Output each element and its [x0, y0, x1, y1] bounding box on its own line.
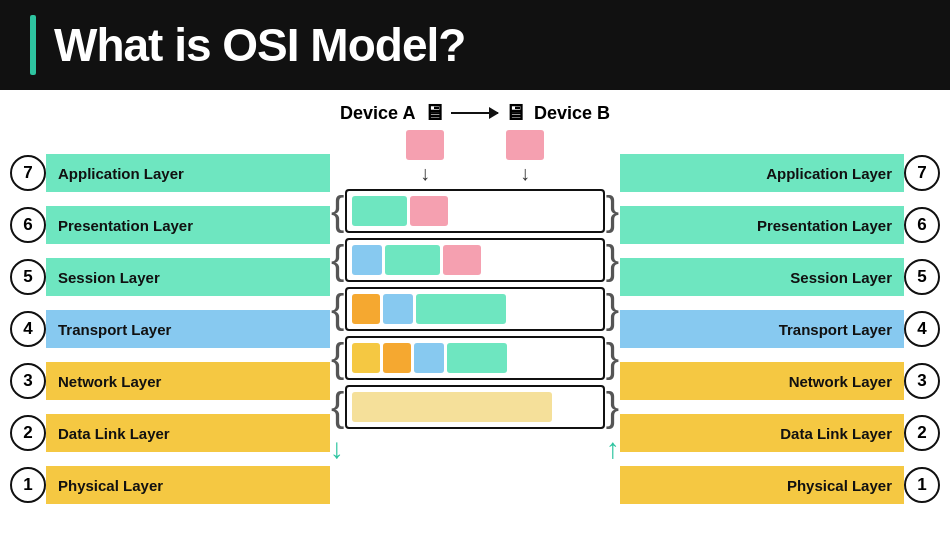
seg-r3-2 [383, 294, 413, 324]
seg-r4-2 [383, 343, 411, 373]
left-layer-4: 4Transport Layer [10, 303, 330, 355]
left-layer-1: 1Physical Layer [10, 459, 330, 511]
left-layer-label-4: Transport Layer [46, 310, 330, 348]
right-layer-label-5: Session Layer [620, 258, 904, 296]
right-layer-label-4: Transport Layer [620, 310, 904, 348]
device-a-label: Device A 🖥 [340, 100, 445, 126]
down-arrow-1: ↓ [420, 162, 430, 185]
left-layer-num-1: 1 [10, 467, 46, 503]
right-layer-6: 6Presentation Layer [620, 199, 940, 251]
right-layer-label-3: Network Layer [620, 362, 904, 400]
left-layer-label-3: Network Layer [46, 362, 330, 400]
header-accent-bar [30, 15, 36, 75]
device-b-label: 🖥 Device B [504, 100, 610, 126]
packet-2 [506, 130, 544, 160]
left-layer-6: 6Presentation Layer [10, 199, 330, 251]
left-layer-3: 3Network Layer [10, 355, 330, 407]
right-layer-label-2: Data Link Layer [620, 414, 904, 452]
left-layer-num-6: 6 [10, 207, 46, 243]
left-layer-5: 5Session Layer [10, 251, 330, 303]
seg-r1-2 [410, 196, 448, 226]
proto-row-5 [345, 385, 605, 429]
right-layer-2: 2Data Link Layer [620, 407, 940, 459]
seg-r4-4 [447, 343, 507, 373]
proto-row-4 [345, 336, 605, 380]
seg-r2-2 [385, 245, 440, 275]
right-layer-7: 7Application Layer [620, 147, 940, 199]
seg-r2-1 [352, 245, 382, 275]
seg-r3-3 [416, 294, 506, 324]
right-layer-1: 1Physical Layer [620, 459, 940, 511]
main-content: 7Application Layer6Presentation Layer5Se… [0, 90, 950, 534]
middle-diagram: Device A 🖥 🖥 Device B ↓ ↓ [330, 100, 620, 465]
seg-r4-3 [414, 343, 444, 373]
left-layer-label-1: Physical Layer [46, 466, 330, 504]
left-layer-label-7: Application Layer [46, 154, 330, 192]
top-packets [375, 130, 575, 160]
right-layer-num-6: 6 [904, 207, 940, 243]
monitor-b-icon: 🖥 [504, 100, 526, 126]
seg-r1-1 [352, 196, 407, 226]
down-arrows: ↓ ↓ [375, 162, 575, 185]
right-up-arrow: ↑ [606, 433, 620, 465]
proto-row-2 [345, 238, 605, 282]
monitor-a-icon: 🖥 [423, 100, 445, 126]
down-arrow-2: ↓ [520, 162, 530, 185]
right-layer-label-1: Physical Layer [620, 466, 904, 504]
seg-r2-3 [443, 245, 481, 275]
protocol-area [345, 189, 605, 429]
left-osi-stack: 7Application Layer6Presentation Layer5Se… [10, 100, 330, 511]
left-down-arrow: ↓ [330, 433, 344, 465]
device-a-text: Device A [340, 103, 415, 124]
devices-row: Device A 🖥 🖥 Device B [330, 100, 620, 126]
right-layer-label-6: Presentation Layer [620, 206, 904, 244]
left-layer-label-6: Presentation Layer [46, 206, 330, 244]
right-osi-stack: 7Application Layer6Presentation Layer5Se… [620, 100, 940, 511]
left-layer-2: 2Data Link Layer [10, 407, 330, 459]
proto-row-1 [345, 189, 605, 233]
left-layer-7: 7Application Layer [10, 147, 330, 199]
page-title: What is OSI Model? [54, 18, 465, 72]
left-layer-num-3: 3 [10, 363, 46, 399]
vert-arrows: ↓ ↑ [330, 433, 620, 465]
seg-r4-1 [352, 343, 380, 373]
proto-row-3 [345, 287, 605, 331]
seg-r5-1 [352, 392, 552, 422]
right-layer-5: 5Session Layer [620, 251, 940, 303]
left-layer-label-2: Data Link Layer [46, 414, 330, 452]
left-layer-num-5: 5 [10, 259, 46, 295]
left-layer-num-7: 7 [10, 155, 46, 191]
right-layer-num-1: 1 [904, 467, 940, 503]
right-layer-label-7: Application Layer [620, 154, 904, 192]
packet-1 [406, 130, 444, 160]
left-layer-label-5: Session Layer [46, 258, 330, 296]
left-layer-num-4: 4 [10, 311, 46, 347]
right-layer-num-5: 5 [904, 259, 940, 295]
header: What is OSI Model? [0, 0, 950, 90]
right-layer-4: 4Transport Layer [620, 303, 940, 355]
device-arrow [451, 112, 498, 114]
seg-r3-1 [352, 294, 380, 324]
right-layer-num-2: 2 [904, 415, 940, 451]
device-b-text: Device B [534, 103, 610, 124]
right-layer-num-3: 3 [904, 363, 940, 399]
left-layer-num-2: 2 [10, 415, 46, 451]
right-layer-3: 3Network Layer [620, 355, 940, 407]
right-layer-num-7: 7 [904, 155, 940, 191]
right-layer-num-4: 4 [904, 311, 940, 347]
